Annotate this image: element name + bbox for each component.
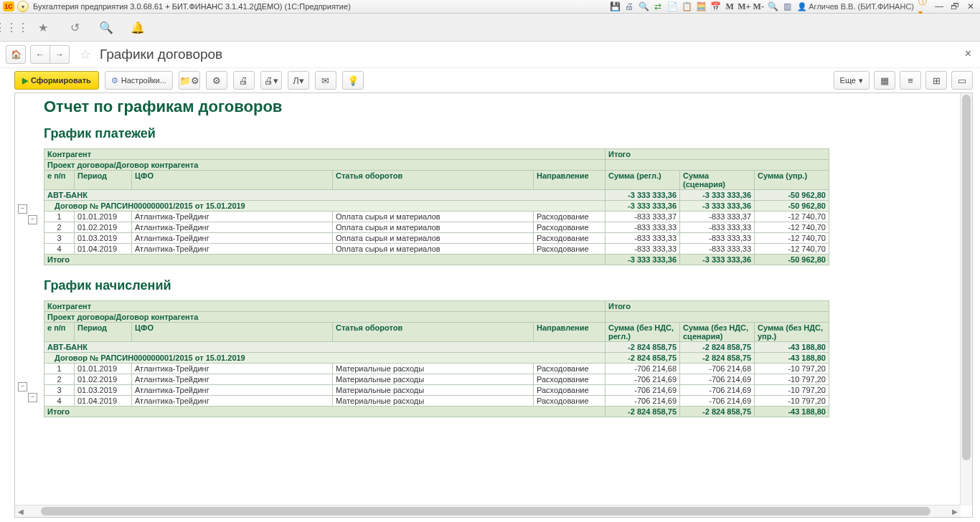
send-button[interactable]: ✉ — [315, 71, 336, 90]
col-dir: Направление — [534, 171, 606, 190]
layout-button[interactable]: ▭ — [951, 71, 973, 90]
hscroll-right-button[interactable]: ▶ — [949, 506, 961, 517]
notifications-icon[interactable]: 🔔 — [131, 20, 145, 34]
cell-np: 4 — [44, 396, 75, 407]
table-row[interactable]: 101.01.2019Атлантика-ТрейдингМатериальны… — [44, 364, 829, 374]
cell-dir: Расходование — [534, 385, 606, 396]
section1-total-row: Итого -3 333 333,36 -3 333 333,36 -50 96… — [44, 255, 829, 265]
favorites-icon[interactable]: ★ — [36, 20, 50, 34]
current-user[interactable]: 👤 Агличев В.В. (БИТ.ФИНАНС) — [796, 1, 915, 12]
menu-strip: ⋮⋮⋮ ★ ↺ 🔍 🔔 — [0, 14, 980, 42]
tree-collapse-node[interactable]: − — [28, 215, 37, 224]
vertical-scroll-thumb[interactable] — [962, 95, 971, 460]
calculator-icon[interactable]: 🧮 — [695, 1, 707, 12]
history-icon[interactable]: ↺ — [67, 20, 82, 34]
table-row[interactable]: 301.03.2019Атлантика-ТрейдингМатериальны… — [44, 385, 829, 396]
group-row[interactable]: АВТ-БАНК -3 333 333,36 -3 333 333,36 -50… — [44, 190, 829, 201]
favorite-star-icon[interactable]: ☆ — [80, 47, 91, 62]
cell-np: 2 — [44, 374, 75, 385]
cell-cfo: Атлантика-Трейдинг — [132, 385, 333, 396]
info-icon[interactable]: ⓘ ▾ — [918, 1, 930, 12]
cell-np: 1 — [44, 212, 75, 222]
tree-collapse-node[interactable]: − — [28, 393, 37, 402]
horizontal-scroll-thumb[interactable] — [41, 507, 930, 516]
expand-columns-button[interactable]: ▦ — [874, 71, 895, 90]
horizontal-scrollbar[interactable]: ◀ ▶ — [15, 505, 961, 517]
hscroll-left-button[interactable]: ◀ — [15, 506, 27, 517]
cell-stat: Оплата сырья и материалов — [333, 222, 534, 233]
settings-button[interactable]: ⚙Настройки... — [105, 71, 173, 90]
cell-period: 01.03.2019 — [75, 233, 132, 244]
window-close-button[interactable]: ✕ — [964, 1, 977, 11]
app-menu-dropdown[interactable]: ▾ — [17, 1, 29, 12]
col-period: Период — [75, 171, 132, 190]
report-body: − − − − Отчет по графикам договоров Граф… — [15, 93, 961, 506]
table-row[interactable]: 301.03.2019Атлантика-ТрейдингОплата сырь… — [44, 233, 829, 244]
paste-icon[interactable]: 📋 — [681, 1, 692, 12]
cell-s2: -706 214,69 — [680, 385, 755, 396]
hints-button[interactable]: 💡 — [342, 71, 364, 90]
col-s1: Сумма (регл.) — [606, 171, 680, 190]
apps-icon[interactable]: ⋮⋮⋮ — [4, 20, 19, 34]
vertical-scrollbar[interactable] — [960, 93, 972, 506]
variant-settings-button[interactable]: ⚙ — [206, 71, 227, 90]
search-icon[interactable]: 🔍 — [99, 20, 113, 34]
memory-mplus-button[interactable]: M+ — [738, 1, 750, 12]
save-as-button[interactable]: Л▾ — [288, 71, 309, 90]
nav-forward-button[interactable]: → — [50, 45, 70, 64]
total-label: Итого — [44, 255, 606, 265]
cell-dir: Расходование — [534, 212, 606, 222]
table-row[interactable]: 401.04.2019Атлантика-ТрейдингМатериальны… — [44, 396, 829, 407]
collapse-groups-button[interactable]: ≡ — [900, 71, 921, 90]
expand-groups-button[interactable]: ⊞ — [925, 71, 947, 90]
tree-collapse-node[interactable]: − — [18, 204, 27, 214]
play-icon: ▶ — [22, 76, 28, 85]
print-icon[interactable]: 🖨 — [623, 1, 635, 12]
tree-collapse-node[interactable]: − — [18, 382, 27, 392]
preview-icon[interactable]: 🔍 — [638, 1, 649, 12]
hdr-project: Проект договора/Договор контрагента — [44, 312, 606, 323]
home-button[interactable]: 🏠 — [6, 45, 26, 64]
user-name: Агличев В.В. (БИТ.ФИНАНС) — [809, 2, 914, 11]
group-row[interactable]: АВТ-БАНК -2 824 858,75 -2 824 858,75 -43… — [44, 342, 829, 353]
panels-icon[interactable]: ▥ — [781, 1, 793, 12]
memory-mminus-button[interactable]: M- — [753, 1, 764, 12]
cell-np: 3 — [44, 385, 75, 396]
cell-s1: -833 333,33 — [606, 233, 680, 244]
save-icon[interactable]: 💾 — [609, 1, 621, 12]
memory-m-button[interactable]: M — [724, 1, 735, 12]
cell-np: 4 — [44, 244, 75, 255]
table-row[interactable]: 201.02.2019Атлантика-ТрейдингОплата сырь… — [44, 222, 829, 233]
window-minimize-button[interactable]: — — [933, 1, 946, 11]
cell-cfo: Атлантика-Трейдинг — [132, 212, 333, 222]
print-button[interactable]: 🖨 — [233, 71, 255, 90]
run-report-button[interactable]: ▶Сформировать — [14, 71, 99, 90]
copy-icon[interactable]: 📄 — [666, 1, 678, 12]
more-button[interactable]: Еще ▾ — [834, 71, 870, 90]
col-cfo: ЦФО — [132, 171, 333, 190]
contract-row[interactable]: Договор № РАПСИН000000001/2015 от 15.01.… — [44, 201, 829, 212]
nav-back-button[interactable]: ← — [30, 45, 50, 64]
cell-dir: Расходование — [534, 374, 606, 385]
page-close-button[interactable]: × — [965, 47, 971, 60]
col-s1: Сумма (без НДС, регл.) — [606, 323, 680, 342]
zoom-icon[interactable]: 🔍 — [767, 1, 778, 12]
calendar-icon[interactable]: 📅 — [710, 1, 721, 12]
table-row[interactable]: 401.04.2019Атлантика-ТрейдингОплата сырь… — [44, 244, 829, 255]
window-restore-button[interactable]: 🗗 — [948, 1, 961, 11]
cell-cfo: Атлантика-Трейдинг — [132, 364, 333, 374]
contract-name: Договор № РАПСИН000000001/2015 от 15.01.… — [44, 201, 606, 212]
section2-table: КонтрагентИтого Проект договора/Договор … — [44, 300, 829, 417]
col-s3: Сумма (без НДС, упр.) — [755, 323, 829, 342]
cell-stat: Оплата сырья и материалов — [333, 233, 534, 244]
variant-select-button[interactable]: 📁⚙ — [179, 71, 200, 90]
section1-table: КонтрагентИтого Проект договора/Договор … — [44, 148, 829, 265]
col-s2: Сумма (сценария) — [680, 171, 755, 190]
table-row[interactable]: 201.02.2019Атлантика-ТрейдингМатериальны… — [44, 374, 829, 385]
print-dropdown-button[interactable]: 🖨▾ — [260, 71, 282, 90]
cell-np: 1 — [44, 364, 75, 374]
compare-icon[interactable]: ⇄ — [652, 1, 664, 12]
contract-row[interactable]: Договор № РАПСИН000000001/2015 от 15.01.… — [44, 353, 829, 364]
table-row[interactable]: 101.01.2019Атлантика-ТрейдингОплата сырь… — [44, 212, 829, 222]
action-toolbar: ▶Сформировать ⚙Настройки... 📁⚙ ⚙ 🖨 🖨▾ Л▾… — [0, 68, 980, 92]
